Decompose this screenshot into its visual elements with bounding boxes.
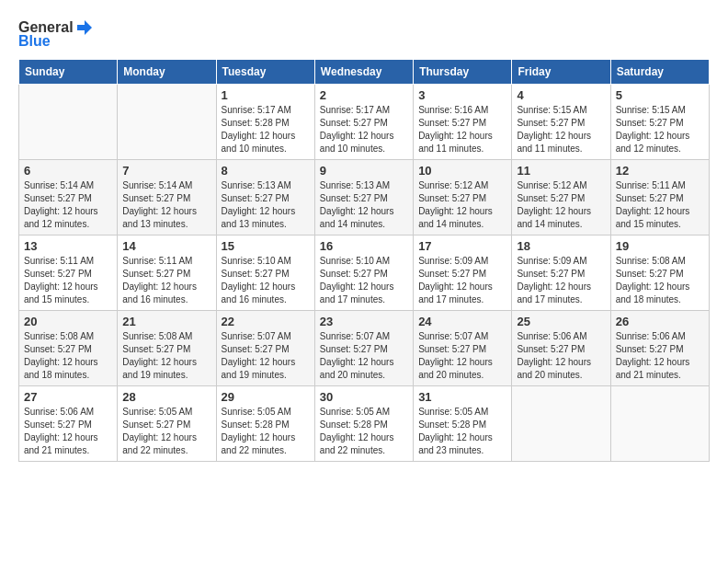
day-info: Sunrise: 5:11 AM Sunset: 5:27 PM Dayligh… <box>122 255 210 306</box>
calendar-cell: 21Sunrise: 5:08 AM Sunset: 5:27 PM Dayli… <box>118 311 216 386</box>
calendar-cell: 25Sunrise: 5:06 AM Sunset: 5:27 PM Dayli… <box>512 311 610 386</box>
day-info: Sunrise: 5:13 AM Sunset: 5:27 PM Dayligh… <box>320 179 408 231</box>
day-number: 22 <box>222 315 310 328</box>
calendar-week-row: 6Sunrise: 5:14 AM Sunset: 5:27 PM Daylig… <box>19 160 710 236</box>
day-info: Sunrise: 5:07 AM Sunset: 5:27 PM Dayligh… <box>320 330 408 382</box>
calendar-cell: 7Sunrise: 5:14 AM Sunset: 5:27 PM Daylig… <box>118 160 216 236</box>
day-number: 1 <box>222 88 310 102</box>
calendar-cell <box>118 85 216 160</box>
day-info: Sunrise: 5:07 AM Sunset: 5:27 PM Dayligh… <box>418 330 506 382</box>
day-info: Sunrise: 5:08 AM Sunset: 5:27 PM Dayligh… <box>24 330 112 382</box>
calendar-week-row: 13Sunrise: 5:11 AM Sunset: 5:27 PM Dayli… <box>19 236 710 311</box>
day-info: Sunrise: 5:07 AM Sunset: 5:27 PM Dayligh… <box>222 330 310 382</box>
day-number: 23 <box>320 315 408 328</box>
day-info: Sunrise: 5:06 AM Sunset: 5:27 PM Dayligh… <box>616 330 704 382</box>
calendar-cell: 5Sunrise: 5:15 AM Sunset: 5:27 PM Daylig… <box>610 85 709 160</box>
day-number: 13 <box>24 239 112 253</box>
day-number: 18 <box>517 239 605 253</box>
day-number: 27 <box>24 390 112 404</box>
calendar-cell: 12Sunrise: 5:11 AM Sunset: 5:27 PM Dayli… <box>610 160 709 236</box>
calendar-cell: 8Sunrise: 5:13 AM Sunset: 5:27 PM Daylig… <box>216 160 314 236</box>
day-info: Sunrise: 5:14 AM Sunset: 5:27 PM Dayligh… <box>24 179 112 231</box>
calendar-cell <box>512 386 610 462</box>
day-info: Sunrise: 5:10 AM Sunset: 5:27 PM Dayligh… <box>222 255 310 306</box>
day-info: Sunrise: 5:13 AM Sunset: 5:27 PM Dayligh… <box>222 179 310 231</box>
calendar-cell: 6Sunrise: 5:14 AM Sunset: 5:27 PM Daylig… <box>19 160 118 236</box>
day-number: 10 <box>418 164 506 178</box>
calendar-cell: 29Sunrise: 5:05 AM Sunset: 5:28 PM Dayli… <box>216 386 314 462</box>
day-number: 4 <box>517 88 605 102</box>
day-number: 25 <box>517 315 605 328</box>
day-info: Sunrise: 5:05 AM Sunset: 5:28 PM Dayligh… <box>320 406 408 457</box>
day-info: Sunrise: 5:15 AM Sunset: 5:27 PM Dayligh… <box>616 104 704 155</box>
calendar-cell: 22Sunrise: 5:07 AM Sunset: 5:27 PM Dayli… <box>216 311 314 386</box>
calendar-week-row: 20Sunrise: 5:08 AM Sunset: 5:27 PM Dayli… <box>19 311 710 386</box>
logo-arrow-icon <box>75 18 94 37</box>
day-info: Sunrise: 5:09 AM Sunset: 5:27 PM Dayligh… <box>517 255 605 306</box>
calendar-cell: 9Sunrise: 5:13 AM Sunset: 5:27 PM Daylig… <box>314 160 413 236</box>
calendar-table: SundayMondayTuesdayWednesdayThursdayFrid… <box>18 59 710 462</box>
day-number: 7 <box>122 164 210 178</box>
day-info: Sunrise: 5:08 AM Sunset: 5:27 PM Dayligh… <box>122 330 210 382</box>
day-info: Sunrise: 5:06 AM Sunset: 5:27 PM Dayligh… <box>24 406 112 457</box>
calendar-cell: 3Sunrise: 5:16 AM Sunset: 5:27 PM Daylig… <box>414 85 512 160</box>
day-info: Sunrise: 5:05 AM Sunset: 5:28 PM Dayligh… <box>418 406 506 457</box>
calendar-cell: 31Sunrise: 5:05 AM Sunset: 5:28 PM Dayli… <box>414 386 512 462</box>
day-info: Sunrise: 5:11 AM Sunset: 5:27 PM Dayligh… <box>616 179 704 231</box>
day-number: 30 <box>320 390 408 404</box>
calendar-cell: 20Sunrise: 5:08 AM Sunset: 5:27 PM Dayli… <box>19 311 118 386</box>
weekday-header-saturday: Saturday <box>610 60 709 85</box>
calendar-cell <box>19 85 118 160</box>
weekday-header-friday: Friday <box>512 60 610 85</box>
day-number: 11 <box>517 164 605 178</box>
day-info: Sunrise: 5:16 AM Sunset: 5:27 PM Dayligh… <box>418 104 506 155</box>
day-info: Sunrise: 5:06 AM Sunset: 5:27 PM Dayligh… <box>517 330 605 382</box>
day-number: 9 <box>320 164 408 178</box>
weekday-header-wednesday: Wednesday <box>314 60 413 85</box>
calendar-cell: 14Sunrise: 5:11 AM Sunset: 5:27 PM Dayli… <box>118 236 216 311</box>
logo: General Blue <box>18 18 94 50</box>
day-number: 3 <box>418 88 506 102</box>
calendar-week-row: 27Sunrise: 5:06 AM Sunset: 5:27 PM Dayli… <box>19 386 710 462</box>
calendar-cell: 26Sunrise: 5:06 AM Sunset: 5:27 PM Dayli… <box>610 311 709 386</box>
day-info: Sunrise: 5:17 AM Sunset: 5:27 PM Dayligh… <box>320 104 408 155</box>
day-number: 8 <box>222 164 310 178</box>
day-number: 24 <box>418 315 506 328</box>
calendar-cell <box>610 386 709 462</box>
day-number: 2 <box>320 88 408 102</box>
calendar-cell: 30Sunrise: 5:05 AM Sunset: 5:28 PM Dayli… <box>314 386 413 462</box>
day-number: 29 <box>222 390 310 404</box>
calendar-cell: 13Sunrise: 5:11 AM Sunset: 5:27 PM Dayli… <box>19 236 118 311</box>
calendar-cell: 27Sunrise: 5:06 AM Sunset: 5:27 PM Dayli… <box>19 386 118 462</box>
day-info: Sunrise: 5:11 AM Sunset: 5:27 PM Dayligh… <box>24 255 112 306</box>
day-number: 15 <box>222 239 310 253</box>
calendar-cell: 2Sunrise: 5:17 AM Sunset: 5:27 PM Daylig… <box>314 85 413 160</box>
page-header: General Blue <box>18 18 710 50</box>
day-info: Sunrise: 5:08 AM Sunset: 5:27 PM Dayligh… <box>616 255 704 306</box>
calendar-week-row: 1Sunrise: 5:17 AM Sunset: 5:28 PM Daylig… <box>19 85 710 160</box>
day-info: Sunrise: 5:17 AM Sunset: 5:28 PM Dayligh… <box>222 104 310 155</box>
calendar-cell: 17Sunrise: 5:09 AM Sunset: 5:27 PM Dayli… <box>414 236 512 311</box>
day-number: 12 <box>616 164 704 178</box>
day-number: 28 <box>122 390 210 404</box>
day-info: Sunrise: 5:15 AM Sunset: 5:27 PM Dayligh… <box>517 104 605 155</box>
calendar-cell: 15Sunrise: 5:10 AM Sunset: 5:27 PM Dayli… <box>216 236 314 311</box>
weekday-header-sunday: Sunday <box>19 60 118 85</box>
day-info: Sunrise: 5:09 AM Sunset: 5:27 PM Dayligh… <box>418 255 506 306</box>
day-info: Sunrise: 5:10 AM Sunset: 5:27 PM Dayligh… <box>320 255 408 306</box>
svg-marker-0 <box>77 20 92 35</box>
day-number: 17 <box>418 239 506 253</box>
day-number: 14 <box>122 239 210 253</box>
day-info: Sunrise: 5:05 AM Sunset: 5:27 PM Dayligh… <box>122 406 210 457</box>
weekday-header-monday: Monday <box>118 60 216 85</box>
calendar-cell: 1Sunrise: 5:17 AM Sunset: 5:28 PM Daylig… <box>216 85 314 160</box>
calendar-cell: 10Sunrise: 5:12 AM Sunset: 5:27 PM Dayli… <box>414 160 512 236</box>
calendar-cell: 28Sunrise: 5:05 AM Sunset: 5:27 PM Dayli… <box>118 386 216 462</box>
calendar-cell: 4Sunrise: 5:15 AM Sunset: 5:27 PM Daylig… <box>512 85 610 160</box>
calendar-cell: 24Sunrise: 5:07 AM Sunset: 5:27 PM Dayli… <box>414 311 512 386</box>
day-number: 21 <box>122 315 210 328</box>
day-number: 6 <box>24 164 112 178</box>
weekday-header-row: SundayMondayTuesdayWednesdayThursdayFrid… <box>19 60 710 85</box>
day-number: 16 <box>320 239 408 253</box>
calendar-cell: 11Sunrise: 5:12 AM Sunset: 5:27 PM Dayli… <box>512 160 610 236</box>
